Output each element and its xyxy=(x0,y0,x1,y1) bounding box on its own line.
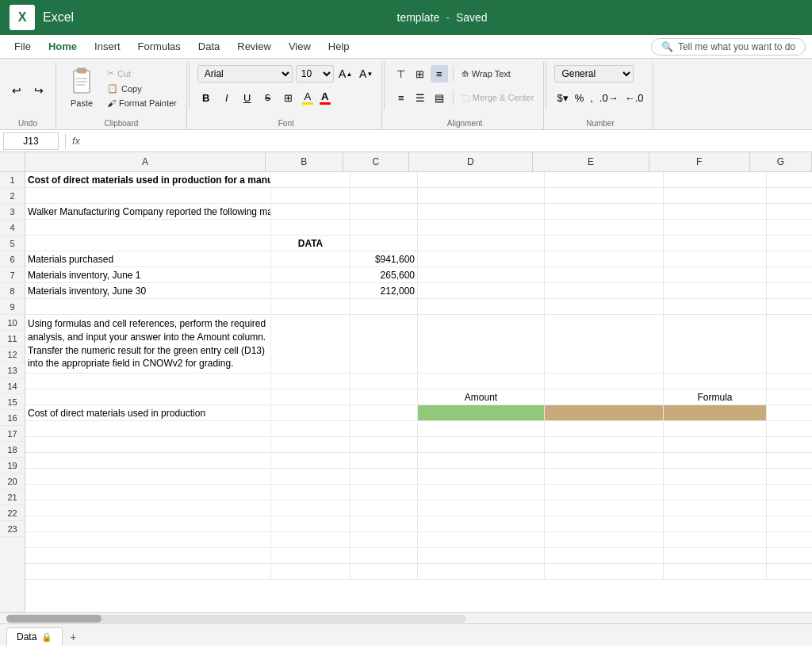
col-header-a[interactable]: A xyxy=(25,152,266,171)
cell-B19[interactable] xyxy=(271,500,350,516)
menu-help[interactable]: Help xyxy=(320,37,358,56)
cell-E12[interactable] xyxy=(545,389,664,405)
cell-F14[interactable] xyxy=(664,421,767,436)
menu-data[interactable]: Data xyxy=(190,37,228,56)
row-num-11[interactable]: 11 xyxy=(0,331,25,347)
cell-A15[interactable] xyxy=(25,437,271,452)
cell-A16[interactable] xyxy=(25,453,271,468)
row-num-18[interactable]: 18 xyxy=(0,442,25,458)
cell-B20[interactable] xyxy=(271,516,350,531)
cell-C16[interactable] xyxy=(350,453,418,468)
cell-F15[interactable] xyxy=(664,437,767,452)
cell-G21[interactable] xyxy=(767,532,812,547)
cell-G18[interactable] xyxy=(767,485,812,500)
cell-C6[interactable]: $941,600 xyxy=(350,251,418,266)
font-size-select[interactable]: 10 xyxy=(296,65,334,82)
col-header-e[interactable]: E xyxy=(533,152,649,171)
cell-E4[interactable] xyxy=(545,220,664,235)
cell-G17[interactable] xyxy=(767,469,812,484)
col-header-d[interactable]: D xyxy=(409,152,533,171)
cell-E20[interactable] xyxy=(545,516,664,531)
cell-C17[interactable] xyxy=(350,469,418,484)
row-num-15[interactable]: 15 xyxy=(0,394,25,410)
row-num-4[interactable]: 4 xyxy=(0,220,25,236)
cell-G1[interactable] xyxy=(767,172,812,187)
menu-file[interactable]: File xyxy=(6,37,39,56)
cell-G15[interactable] xyxy=(767,437,812,452)
cell-G3[interactable] xyxy=(767,204,812,219)
cell-D18[interactable] xyxy=(418,485,545,500)
cell-A4[interactable] xyxy=(25,220,271,235)
cell-A20[interactable] xyxy=(25,516,271,531)
cell-D17[interactable] xyxy=(418,469,545,484)
font-color-button[interactable]: A xyxy=(318,89,332,106)
border-button[interactable]: ⊞ xyxy=(280,89,297,106)
cell-G14[interactable] xyxy=(767,421,812,436)
col-header-g[interactable]: G xyxy=(750,152,812,171)
cell-G6[interactable] xyxy=(767,251,812,266)
cell-C9[interactable] xyxy=(350,299,418,314)
cell-D20[interactable] xyxy=(418,516,545,531)
row-num-6[interactable]: 6 xyxy=(0,251,25,267)
cell-A6[interactable]: Materials purchased xyxy=(25,251,271,266)
cell-F18[interactable] xyxy=(664,485,767,500)
cell-G11[interactable] xyxy=(767,374,812,389)
align-center-button[interactable]: ☰ xyxy=(412,89,429,106)
cell-E6[interactable] xyxy=(545,251,664,266)
cell-E9[interactable] xyxy=(545,299,664,314)
underline-button[interactable]: U xyxy=(239,89,256,106)
cell-E15[interactable] xyxy=(545,437,664,452)
cell-B9[interactable] xyxy=(271,299,350,314)
cell-A18[interactable] xyxy=(25,485,271,500)
col-header-c[interactable]: C xyxy=(343,152,409,171)
cell-F9[interactable] xyxy=(664,299,767,314)
cell-F22[interactable] xyxy=(664,548,767,563)
cell-B11[interactable] xyxy=(271,374,350,389)
cell-F16[interactable] xyxy=(664,453,767,468)
format-painter-button[interactable]: 🖌 Format Painter xyxy=(104,97,180,109)
cell-B4[interactable] xyxy=(271,220,350,235)
menu-view[interactable]: View xyxy=(281,37,319,56)
row-num-17[interactable]: 17 xyxy=(0,426,25,442)
cell-F21[interactable] xyxy=(664,532,767,547)
cell-A10[interactable]: Using formulas and cell references, perf… xyxy=(25,315,271,373)
cell-A11[interactable] xyxy=(25,374,271,389)
cell-F20[interactable] xyxy=(664,516,767,531)
cell-D15[interactable] xyxy=(418,437,545,452)
cell-D9[interactable] xyxy=(418,299,545,314)
cell-C20[interactable] xyxy=(350,516,418,531)
row-num-1[interactable]: 1 xyxy=(0,172,25,188)
row-num-16[interactable]: 16 xyxy=(0,410,25,426)
cell-C13[interactable] xyxy=(350,405,418,420)
cell-C2[interactable] xyxy=(350,188,418,203)
row-num-10[interactable]: 10 xyxy=(0,315,25,331)
cell-F17[interactable] xyxy=(664,469,767,484)
comma-button[interactable]: , xyxy=(588,89,596,106)
cell-B17[interactable] xyxy=(271,469,350,484)
cut-button[interactable]: ✂ Cut xyxy=(104,67,180,80)
percent-button[interactable]: % xyxy=(573,89,587,106)
row-num-19[interactable]: 19 xyxy=(0,458,25,474)
align-bottom-button[interactable]: ≡ xyxy=(431,65,448,82)
cell-E17[interactable] xyxy=(545,469,664,484)
cell-G9[interactable] xyxy=(767,299,812,314)
row-num-3[interactable]: 3 xyxy=(0,204,25,220)
align-right-button[interactable]: ▤ xyxy=(431,89,448,106)
cell-B7[interactable] xyxy=(271,267,350,282)
row-num-8[interactable]: 8 xyxy=(0,283,25,299)
cell-D16[interactable] xyxy=(418,453,545,468)
cell-E14[interactable] xyxy=(545,421,664,436)
cell-A13[interactable]: Cost of direct materials used in product… xyxy=(25,405,271,420)
undo-button[interactable]: ↩ xyxy=(6,80,27,101)
align-left-button[interactable]: ≡ xyxy=(393,89,410,106)
cell-G4[interactable] xyxy=(767,220,812,235)
cell-B22[interactable] xyxy=(271,548,350,563)
cell-C15[interactable] xyxy=(350,437,418,452)
cell-E11[interactable] xyxy=(545,374,664,389)
cell-F2[interactable] xyxy=(664,188,767,203)
cell-B2[interactable] xyxy=(271,188,350,203)
cell-A22[interactable] xyxy=(25,548,271,563)
cell-F8[interactable] xyxy=(664,283,767,298)
bold-button[interactable]: B xyxy=(197,89,215,106)
row-num-13[interactable]: 13 xyxy=(0,362,25,378)
